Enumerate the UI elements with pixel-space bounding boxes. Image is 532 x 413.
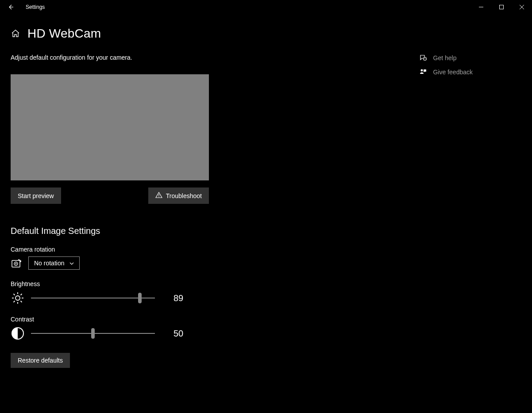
brightness-label: Brightness (11, 280, 223, 287)
svg-point-5 (158, 196, 159, 197)
minimize-button[interactable] (471, 0, 491, 14)
camera-rotation-value: No rotation (34, 260, 64, 267)
svg-rect-22 (424, 69, 426, 72)
svg-line-15 (21, 301, 22, 302)
svg-point-21 (420, 69, 423, 72)
svg-line-16 (14, 301, 15, 302)
help-icon: ? (419, 54, 427, 62)
svg-text:?: ? (424, 57, 425, 60)
contrast-label: Contrast (11, 316, 223, 323)
restore-defaults-label: Restore defaults (18, 357, 63, 364)
give-feedback-link[interactable]: Give feedback (419, 68, 473, 76)
troubleshoot-button[interactable]: Troubleshoot (148, 187, 209, 204)
page-subtitle: Adjust default configuration for your ca… (11, 54, 223, 61)
maximize-button[interactable] (491, 0, 512, 14)
brightness-icon (11, 291, 25, 305)
close-button[interactable] (512, 0, 532, 14)
camera-rotation-select[interactable]: No rotation (28, 256, 80, 270)
svg-point-8 (15, 263, 17, 264)
get-help-label: Get help (433, 54, 457, 61)
home-icon[interactable] (11, 29, 20, 38)
start-preview-button[interactable]: Start preview (11, 187, 61, 204)
start-preview-label: Start preview (18, 192, 54, 199)
contrast-value: 50 (173, 329, 183, 339)
svg-line-14 (14, 294, 15, 295)
get-help-link[interactable]: ? Get help (419, 54, 473, 62)
contrast-slider[interactable] (31, 328, 155, 339)
brightness-value: 89 (173, 293, 183, 303)
default-image-settings-heading: Default Image Settings (11, 226, 223, 236)
camera-rotation-label: Camera rotation (11, 246, 223, 253)
back-button[interactable] (4, 0, 17, 14)
contrast-icon (11, 326, 25, 340)
svg-rect-1 (500, 5, 504, 9)
brightness-slider[interactable] (31, 293, 155, 303)
troubleshoot-label: Troubleshoot (166, 192, 202, 199)
svg-point-9 (15, 296, 20, 300)
camera-rotate-icon (11, 257, 23, 269)
page-title: HD WebCam (27, 27, 101, 41)
restore-defaults-button[interactable]: Restore defaults (11, 353, 70, 368)
camera-preview (11, 74, 209, 180)
chevron-down-icon (69, 261, 74, 266)
warning-icon (155, 191, 162, 200)
window-title: Settings (26, 4, 45, 10)
svg-line-17 (21, 294, 22, 295)
give-feedback-label: Give feedback (433, 69, 473, 76)
feedback-icon (419, 68, 427, 76)
